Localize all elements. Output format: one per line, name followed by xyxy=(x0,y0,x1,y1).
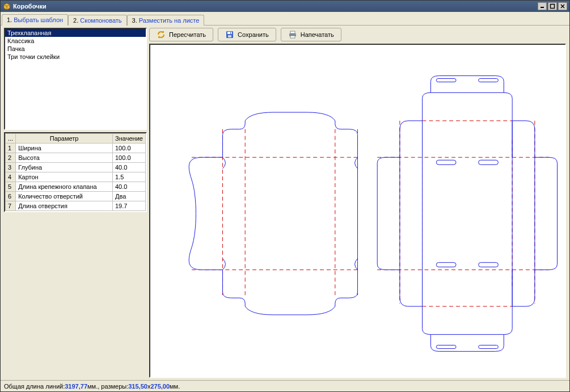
col-header-corner[interactable]: ... xyxy=(6,134,16,144)
button-label: Напечатать xyxy=(301,31,334,38)
svg-rect-34 xyxy=(436,263,456,267)
param-name-cell[interactable]: Длина крепежного клапана xyxy=(16,182,113,192)
status-length: 3197,77 xyxy=(65,383,87,390)
col-header-param[interactable]: Параметр xyxy=(16,134,113,144)
parameters-grid[interactable]: ... Параметр Значение 1Ширина100.02Высот… xyxy=(4,132,147,212)
svg-point-15 xyxy=(294,34,295,35)
tab-choose-template[interactable]: 1. Выбрать шаблон xyxy=(2,14,68,26)
svg-rect-33 xyxy=(479,160,499,165)
param-value-cell[interactable]: Два xyxy=(113,192,146,201)
window-title: Коробочки xyxy=(13,3,538,10)
window-controls xyxy=(538,2,567,10)
left-pane: Трехклапанная Классика Пачка Три точки с… xyxy=(1,26,148,380)
template-list[interactable]: Трехклапанная Классика Пачка Три точки с… xyxy=(4,28,147,130)
print-button[interactable]: Напечатать xyxy=(281,28,341,41)
svg-rect-10 xyxy=(228,35,231,37)
table-row[interactable]: 7Длина отверстия19.7 xyxy=(6,201,146,211)
svg-rect-35 xyxy=(479,263,499,267)
toolbar: Пересчитать Сохранить Напечатать xyxy=(149,28,566,41)
table-row[interactable]: 4Картон1.5 xyxy=(6,172,146,182)
col-header-value[interactable]: Значение xyxy=(113,134,146,144)
titlebar: Коробочки xyxy=(1,1,569,12)
param-name-cell[interactable]: Длина отверстия xyxy=(16,201,113,211)
svg-rect-9 xyxy=(227,32,232,34)
param-name-cell[interactable]: Высота xyxy=(16,153,113,163)
svg-rect-14 xyxy=(290,36,295,38)
status-bar: Общая длина линий: 3197,77 мм., размеры:… xyxy=(1,380,569,391)
refresh-icon xyxy=(157,30,166,39)
printer-icon xyxy=(288,30,297,39)
param-name-cell[interactable]: Ширина xyxy=(16,144,113,153)
app-window: Коробочки 1. Выбрать шаблон 2. Скомпонов… xyxy=(0,0,570,392)
recalc-button[interactable]: Пересчитать xyxy=(149,28,213,41)
button-label: Пересчитать xyxy=(169,31,206,38)
svg-rect-39 xyxy=(479,345,499,348)
param-name-cell[interactable]: Количество отверстий xyxy=(16,192,113,201)
preview-canvas[interactable] xyxy=(149,44,566,378)
status-width: 315,50 xyxy=(128,383,147,390)
row-number: 7 xyxy=(6,201,16,211)
param-value-cell[interactable]: 100.0 xyxy=(113,153,146,163)
list-item[interactable]: Пачка xyxy=(5,45,146,53)
param-value-cell[interactable]: 40.0 xyxy=(113,182,146,192)
minimize-button[interactable] xyxy=(538,2,547,10)
svg-rect-37 xyxy=(479,78,499,82)
status-mid1: мм., размеры: xyxy=(87,383,128,390)
row-number: 1 xyxy=(6,144,16,153)
status-suffix: мм. xyxy=(170,383,180,390)
param-value-cell[interactable]: 40.0 xyxy=(113,163,146,172)
row-number: 6 xyxy=(6,192,16,201)
status-height: 275,00 xyxy=(150,383,170,390)
param-value-cell[interactable]: 19.7 xyxy=(113,201,146,211)
param-value-cell[interactable]: 100.0 xyxy=(113,144,146,153)
list-item[interactable]: Классика xyxy=(5,37,146,45)
floppy-icon xyxy=(225,30,234,39)
list-item[interactable]: Три точки склейки xyxy=(5,53,146,61)
row-number: 4 xyxy=(6,172,16,182)
svg-rect-32 xyxy=(436,160,456,165)
tab-layout-sheet[interactable]: 3. Разместить на листе xyxy=(127,15,205,26)
right-pane: Пересчитать Сохранить Напечатать xyxy=(148,26,569,380)
list-item[interactable]: Трехклапанная xyxy=(5,29,146,37)
row-number: 5 xyxy=(6,182,16,192)
button-label: Сохранить xyxy=(238,31,269,38)
tab-compose[interactable]: 2. Скомпоновать xyxy=(68,15,126,26)
work-area: Трехклапанная Классика Пачка Три точки с… xyxy=(1,26,569,380)
tab-strip: 1. Выбрать шаблон 2. Скомпоновать 3. Раз… xyxy=(1,12,569,26)
app-icon xyxy=(3,2,11,10)
table-row[interactable]: 1Ширина100.0 xyxy=(6,144,146,153)
close-button[interactable] xyxy=(558,2,567,10)
table-row[interactable]: 2Высота100.0 xyxy=(6,153,146,163)
svg-rect-38 xyxy=(436,345,456,348)
svg-rect-3 xyxy=(551,5,555,9)
param-name-cell[interactable]: Глубина xyxy=(16,163,113,172)
status-prefix: Общая длина линий: xyxy=(4,383,65,390)
left-filler xyxy=(4,214,147,378)
svg-rect-36 xyxy=(436,78,456,82)
table-row[interactable]: 3Глубина40.0 xyxy=(6,163,146,172)
param-value-cell[interactable]: 1.5 xyxy=(113,172,146,182)
save-button[interactable]: Сохранить xyxy=(218,28,276,41)
table-row[interactable]: 5Длина крепежного клапана40.0 xyxy=(6,182,146,192)
table-row[interactable]: 6Количество отверстийДва xyxy=(6,192,146,201)
row-number: 3 xyxy=(6,163,16,172)
svg-rect-11 xyxy=(230,32,231,34)
maximize-button[interactable] xyxy=(548,2,557,10)
svg-rect-13 xyxy=(290,31,295,33)
row-number: 2 xyxy=(6,153,16,163)
param-name-cell[interactable]: Картон xyxy=(16,172,113,182)
